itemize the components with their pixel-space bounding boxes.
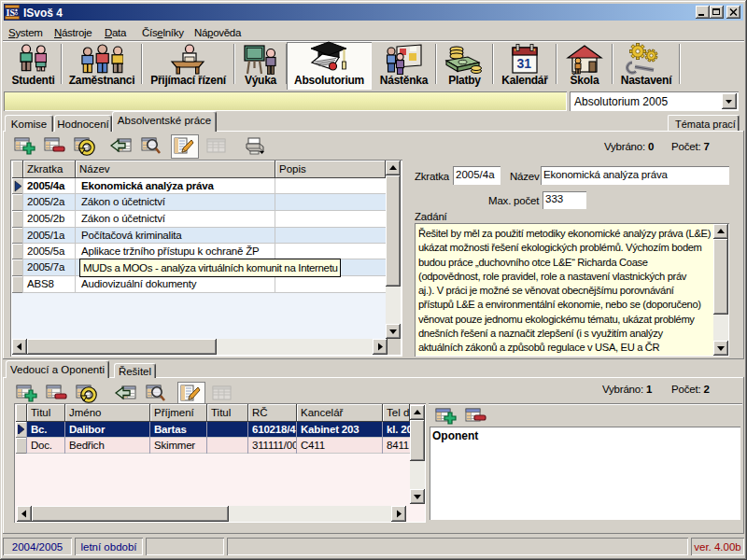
svg-text:31: 31 [517, 56, 532, 71]
svg-text:IS: IS [7, 7, 16, 18]
